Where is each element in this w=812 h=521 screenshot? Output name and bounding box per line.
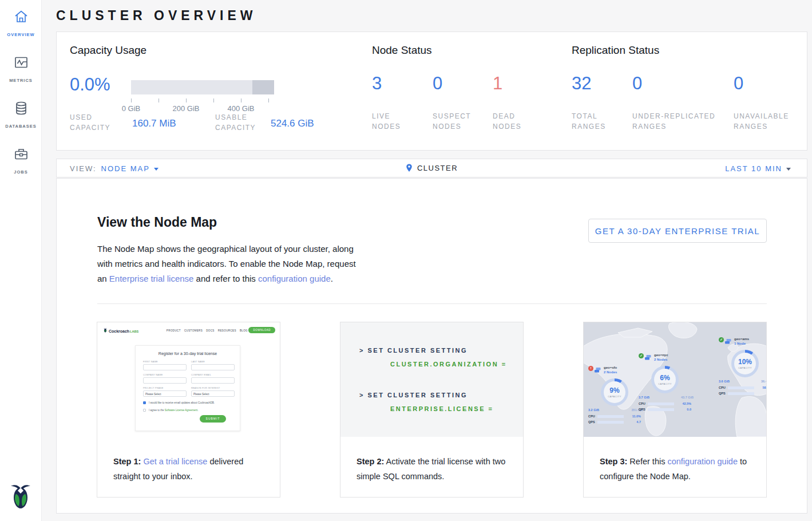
nodes-icon xyxy=(595,368,601,374)
field-input xyxy=(191,364,235,370)
configuration-guide-link[interactable]: configuration guide xyxy=(667,457,738,466)
configuration-guide-link[interactable]: configuration guide xyxy=(258,274,331,283)
capacity-gauge: 9% CAPACITY xyxy=(601,378,628,406)
unavailable-ranges-count: 0 xyxy=(734,73,743,94)
nav-item: DOCS xyxy=(206,329,215,332)
locality-name: geo=ams xyxy=(734,337,749,341)
capacity-used-percent: 0.0% xyxy=(70,74,110,95)
step-number: Step 1: xyxy=(113,457,141,466)
cpu-row: CPU 11.0% xyxy=(588,415,645,419)
step-number: Step 3: xyxy=(600,457,627,466)
checkbox-label: I agree to the Software License Agreemen… xyxy=(149,409,199,412)
field-input xyxy=(191,377,235,384)
qps-bar xyxy=(728,392,754,395)
node-map-panel: View the Node Map The Node Map shows the… xyxy=(56,178,807,514)
section-description: The Node Map shows the geographical layo… xyxy=(97,242,363,286)
total-ranges-label: TOTAL RANGES xyxy=(572,111,617,132)
cpu-bar xyxy=(648,402,674,405)
sidebar-item-jobs[interactable]: JOBS xyxy=(0,146,42,176)
axis-tick-label: 0 GiB xyxy=(122,104,141,113)
qps-bar xyxy=(648,408,674,411)
sidebar-item-label: METRICS xyxy=(9,78,33,83)
capacity-gauge: 10% CAPACITY xyxy=(731,350,759,377)
field-select: Please Select xyxy=(191,390,235,397)
unavailable-ranges-label: UNAVAILABLE RANGES xyxy=(734,111,802,132)
total-ranges-count: 32 xyxy=(572,73,591,94)
locality-node-count: 2 Nodes xyxy=(654,358,667,361)
replication-status-title: Replication Status xyxy=(572,44,659,57)
qps-label: QPS xyxy=(639,408,645,411)
live-nodes-label: LIVE NODES xyxy=(372,111,418,132)
nav-item: BLOG xyxy=(240,329,248,332)
nav-item: CUSTOMERS xyxy=(184,329,203,332)
checkbox-unchecked xyxy=(143,409,146,412)
nodes-icon xyxy=(645,355,651,361)
used-capacity-value: 160.7 MiB xyxy=(132,118,176,129)
locality-node-count: 2 Nodes xyxy=(604,370,617,374)
brand-name: Cockroach xyxy=(109,329,129,333)
step-1-card: CockroachLABS PRODUCTCUSTOMERSDOCSRESOUR… xyxy=(97,322,280,498)
healthy-badge-icon: ✓ xyxy=(639,353,644,358)
qps-bar xyxy=(597,421,624,424)
axis-tick-label: 400 GiB xyxy=(228,104,255,113)
qps-row: QPS 4.7 xyxy=(588,420,645,425)
qps-label: QPS xyxy=(588,420,595,424)
capacity-caption: CAPACITY xyxy=(738,366,752,369)
cpu-label: CPU xyxy=(719,386,726,389)
checkbox-label: I would like to receive email updates ab… xyxy=(149,401,215,404)
field-label: FIRST NAME xyxy=(143,361,158,363)
sidebar-item-metrics[interactable]: METRICS xyxy=(0,54,42,84)
qps-row: QPS 6.4 xyxy=(719,392,766,396)
enterprise-trial-license-link[interactable]: Enterprise trial license xyxy=(109,274,194,283)
nav-item: RESOURCES xyxy=(218,329,236,332)
sql-commands-block: > SET CLUSTER SETTING CLUSTER.ORGANIZATI… xyxy=(340,322,523,437)
description-text: . xyxy=(331,274,333,283)
suspect-nodes-label: SUSPECT NODES xyxy=(433,111,478,132)
breadcrumb-cluster: CLUSTER xyxy=(417,164,458,172)
suspect-nodes-count: 0 xyxy=(433,73,442,94)
trial-registration-screenshot: CockroachLABS PRODUCTCUSTOMERSDOCSRESOUR… xyxy=(97,322,280,437)
enterprise-trial-button[interactable]: GET A 30-DAY ENTERPRISE TRIAL xyxy=(588,219,767,243)
capacity-caption: CAPACITY xyxy=(658,382,672,385)
view-toolbar: VIEW:NODE MAP CLUSTER LAST 10 MIN xyxy=(56,159,807,177)
divider xyxy=(97,303,767,304)
field-label: PROJECT PHASE xyxy=(143,387,163,389)
time-range-selector[interactable]: LAST 10 MIN xyxy=(725,164,791,173)
qps-value: 0.0 xyxy=(687,408,691,411)
capacity-usage-title: Capacity Usage xyxy=(70,44,146,57)
healthy-badge-icon: ✓ xyxy=(719,337,724,342)
sql-line: > SET CLUSTER SETTING xyxy=(359,347,468,354)
cpu-value: 42.5% xyxy=(682,402,691,405)
locality-name: geo=sfo xyxy=(604,366,617,369)
capacity-caption: CAPACITY xyxy=(608,395,621,398)
section-heading: View the Node Map xyxy=(97,215,217,230)
live-nodes-count: 3 xyxy=(372,73,382,94)
sidebar-item-label: JOBS xyxy=(14,169,27,175)
metrics-chart-icon xyxy=(13,54,29,70)
sql-line: ENTERPRISE.LICENSE = xyxy=(390,405,494,412)
field-label: COMPANY NAME xyxy=(143,374,163,376)
sidebar-item-databases[interactable]: DATABASES xyxy=(0,100,42,130)
cpu-label: CPU xyxy=(588,415,595,418)
get-trial-license-link[interactable]: Get a trial license xyxy=(143,457,207,466)
locality-name: geo=nyc xyxy=(654,353,668,357)
capacity-percent: 10% xyxy=(738,358,752,366)
capacity-bar-reserved-segment xyxy=(252,80,274,94)
registration-form: Register for a 30-day trial license FIRS… xyxy=(135,345,240,431)
capacity-total: 43.7 GiB xyxy=(681,396,694,399)
under-replicated-ranges-label: UNDER-REPLICATED RANGES xyxy=(632,111,724,132)
brand-suffix: LABS xyxy=(130,330,138,333)
form-title: Register for a 30-day trial license xyxy=(136,352,240,356)
used-capacity-label: USED CAPACITY xyxy=(70,112,124,133)
page-title: CLUSTER OVERVIEW xyxy=(56,8,257,23)
field-input xyxy=(143,364,187,370)
map-pin-icon xyxy=(406,164,413,172)
step-caption: Step 1: Get a trial license delivered st… xyxy=(113,454,268,484)
cpu-row: CPU 58.3% xyxy=(719,386,766,390)
briefcase-icon xyxy=(13,146,29,162)
sidebar-item-overview[interactable]: OVERVIEW xyxy=(0,9,42,38)
usable-capacity-label: USABLE CAPACITY xyxy=(215,112,270,133)
warning-badge-icon: ! xyxy=(588,366,593,371)
node-status-title: Node Status xyxy=(372,44,432,57)
caption-text: Refer this xyxy=(627,457,667,466)
